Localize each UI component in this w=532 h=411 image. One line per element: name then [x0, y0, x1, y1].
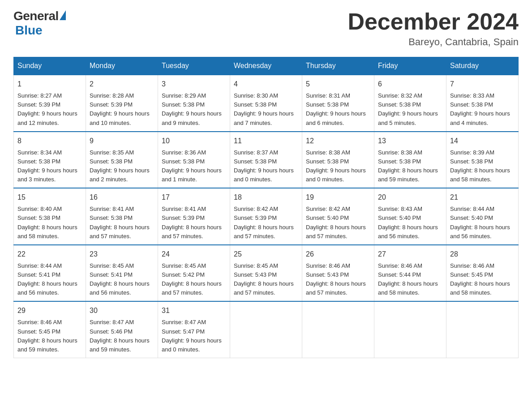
day-info: Sunrise: 8:45 AMSunset: 5:41 PMDaylight:… [90, 261, 154, 298]
header-tuesday: Tuesday [158, 57, 230, 75]
day-info: Sunrise: 8:27 AMSunset: 5:39 PMDaylight:… [17, 91, 82, 128]
day-info: Sunrise: 8:44 AMSunset: 5:41 PMDaylight:… [17, 261, 82, 298]
calendar-cell: 23 Sunrise: 8:45 AMSunset: 5:41 PMDaylig… [86, 245, 158, 302]
day-number: 2 [90, 79, 154, 90]
day-number: 31 [162, 305, 226, 316]
day-info: Sunrise: 8:45 AMSunset: 5:42 PMDaylight:… [162, 261, 226, 298]
day-number: 7 [450, 79, 515, 90]
day-info: Sunrise: 8:43 AMSunset: 5:40 PMDaylight:… [378, 205, 442, 241]
month-year-title: December 2024 [348, 9, 519, 34]
week-row-3: 15 Sunrise: 8:40 AMSunset: 5:38 PMDaylig… [14, 188, 519, 245]
day-number: 15 [17, 192, 82, 203]
day-info: Sunrise: 8:32 AMSunset: 5:38 PMDaylight:… [378, 91, 442, 128]
calendar-cell: 7 Sunrise: 8:33 AMSunset: 5:38 PMDayligh… [446, 75, 519, 132]
calendar-cell: 15 Sunrise: 8:40 AMSunset: 5:38 PMDaylig… [14, 188, 86, 245]
day-info: Sunrise: 8:28 AMSunset: 5:39 PMDaylight:… [90, 91, 154, 128]
day-number: 8 [17, 136, 82, 146]
day-info: Sunrise: 8:41 AMSunset: 5:39 PMDaylight:… [162, 205, 226, 241]
day-info: Sunrise: 8:46 AMSunset: 5:43 PMDaylight:… [306, 261, 370, 298]
day-number: 4 [234, 79, 298, 90]
calendar-cell [374, 301, 446, 358]
calendar-cell: 29 Sunrise: 8:46 AMSunset: 5:45 PMDaylig… [14, 301, 86, 358]
day-number: 27 [378, 249, 442, 260]
header-thursday: Thursday [302, 57, 374, 75]
day-info: Sunrise: 8:40 AMSunset: 5:38 PMDaylight:… [17, 205, 82, 241]
day-info: Sunrise: 8:46 AMSunset: 5:45 PMDaylight:… [450, 261, 515, 298]
day-number: 14 [450, 136, 515, 146]
calendar-cell: 20 Sunrise: 8:43 AMSunset: 5:40 PMDaylig… [374, 188, 446, 245]
calendar-cell: 24 Sunrise: 8:45 AMSunset: 5:42 PMDaylig… [158, 245, 230, 302]
day-number: 30 [90, 305, 154, 316]
day-number: 21 [450, 192, 515, 203]
calendar-cell: 8 Sunrise: 8:34 AMSunset: 5:38 PMDayligh… [14, 132, 86, 188]
day-info: Sunrise: 8:36 AMSunset: 5:38 PMDaylight:… [162, 148, 226, 184]
day-number: 25 [234, 249, 298, 260]
day-number: 28 [450, 249, 515, 260]
day-number: 23 [90, 249, 154, 260]
calendar-cell: 26 Sunrise: 8:46 AMSunset: 5:43 PMDaylig… [302, 245, 374, 302]
day-info: Sunrise: 8:30 AMSunset: 5:38 PMDaylight:… [234, 91, 298, 128]
day-number: 1 [17, 79, 82, 90]
day-info: Sunrise: 8:46 AMSunset: 5:44 PMDaylight:… [378, 261, 442, 298]
day-number: 9 [90, 136, 154, 146]
logo-general-text: General [13, 9, 59, 23]
calendar-cell: 3 Sunrise: 8:29 AMSunset: 5:38 PMDayligh… [158, 75, 230, 132]
calendar-cell: 28 Sunrise: 8:46 AMSunset: 5:45 PMDaylig… [446, 245, 519, 302]
day-info: Sunrise: 8:42 AMSunset: 5:40 PMDaylight:… [306, 205, 370, 241]
day-number: 19 [306, 192, 370, 203]
day-info: Sunrise: 8:41 AMSunset: 5:38 PMDaylight:… [90, 205, 154, 241]
header-saturday: Saturday [446, 57, 519, 75]
logo-blue-text: Blue [15, 23, 43, 38]
calendar-cell: 19 Sunrise: 8:42 AMSunset: 5:40 PMDaylig… [302, 188, 374, 245]
day-number: 29 [17, 305, 82, 316]
calendar-cell: 6 Sunrise: 8:32 AMSunset: 5:38 PMDayligh… [374, 75, 446, 132]
day-number: 11 [234, 136, 298, 146]
day-number: 16 [90, 192, 154, 203]
calendar-cell: 10 Sunrise: 8:36 AMSunset: 5:38 PMDaylig… [158, 132, 230, 188]
header-sunday: Sunday [14, 57, 86, 75]
calendar-cell: 5 Sunrise: 8:31 AMSunset: 5:38 PMDayligh… [302, 75, 374, 132]
weekday-header-row: Sunday Monday Tuesday Wednesday Thursday… [14, 57, 519, 75]
calendar-cell: 1 Sunrise: 8:27 AMSunset: 5:39 PMDayligh… [14, 75, 86, 132]
calendar-cell: 18 Sunrise: 8:42 AMSunset: 5:39 PMDaylig… [230, 188, 302, 245]
logo: General Blue [13, 9, 66, 38]
calendar-cell: 4 Sunrise: 8:30 AMSunset: 5:38 PMDayligh… [230, 75, 302, 132]
calendar-cell: 31 Sunrise: 8:47 AMSunset: 5:47 PMDaylig… [158, 301, 230, 358]
day-number: 17 [162, 192, 226, 203]
day-info: Sunrise: 8:44 AMSunset: 5:40 PMDaylight:… [450, 205, 515, 241]
day-number: 24 [162, 249, 226, 260]
day-info: Sunrise: 8:31 AMSunset: 5:38 PMDaylight:… [306, 91, 370, 128]
day-number: 6 [378, 79, 442, 90]
page-header: General Blue December 2024 Bareyo, Canta… [13, 9, 519, 48]
day-number: 5 [306, 79, 370, 90]
day-info: Sunrise: 8:39 AMSunset: 5:38 PMDaylight:… [450, 148, 515, 184]
week-row-1: 1 Sunrise: 8:27 AMSunset: 5:39 PMDayligh… [14, 75, 519, 132]
day-info: Sunrise: 8:47 AMSunset: 5:47 PMDaylight:… [162, 318, 226, 354]
calendar-cell: 2 Sunrise: 8:28 AMSunset: 5:39 PMDayligh… [86, 75, 158, 132]
day-number: 3 [162, 79, 226, 90]
header-monday: Monday [86, 57, 158, 75]
calendar-cell: 14 Sunrise: 8:39 AMSunset: 5:38 PMDaylig… [446, 132, 519, 188]
day-number: 20 [378, 192, 442, 203]
day-number: 26 [306, 249, 370, 260]
calendar-table: Sunday Monday Tuesday Wednesday Thursday… [13, 57, 519, 358]
day-number: 13 [378, 136, 442, 146]
day-info: Sunrise: 8:38 AMSunset: 5:38 PMDaylight:… [378, 148, 442, 184]
calendar-cell: 30 Sunrise: 8:47 AMSunset: 5:46 PMDaylig… [86, 301, 158, 358]
header-friday: Friday [374, 57, 446, 75]
week-row-4: 22 Sunrise: 8:44 AMSunset: 5:41 PMDaylig… [14, 245, 519, 302]
day-info: Sunrise: 8:45 AMSunset: 5:43 PMDaylight:… [234, 261, 298, 298]
day-info: Sunrise: 8:37 AMSunset: 5:38 PMDaylight:… [234, 148, 298, 184]
location-subtitle: Bareyo, Cantabria, Spain [348, 36, 519, 48]
day-info: Sunrise: 8:29 AMSunset: 5:38 PMDaylight:… [162, 91, 226, 128]
header-wednesday: Wednesday [230, 57, 302, 75]
day-info: Sunrise: 8:42 AMSunset: 5:39 PMDaylight:… [234, 205, 298, 241]
logo-triangle-icon [60, 10, 66, 20]
calendar-cell: 17 Sunrise: 8:41 AMSunset: 5:39 PMDaylig… [158, 188, 230, 245]
day-number: 18 [234, 192, 298, 203]
calendar-cell: 16 Sunrise: 8:41 AMSunset: 5:38 PMDaylig… [86, 188, 158, 245]
calendar-cell [446, 301, 519, 358]
calendar-cell: 11 Sunrise: 8:37 AMSunset: 5:38 PMDaylig… [230, 132, 302, 188]
calendar-cell: 21 Sunrise: 8:44 AMSunset: 5:40 PMDaylig… [446, 188, 519, 245]
day-info: Sunrise: 8:33 AMSunset: 5:38 PMDaylight:… [450, 91, 515, 128]
